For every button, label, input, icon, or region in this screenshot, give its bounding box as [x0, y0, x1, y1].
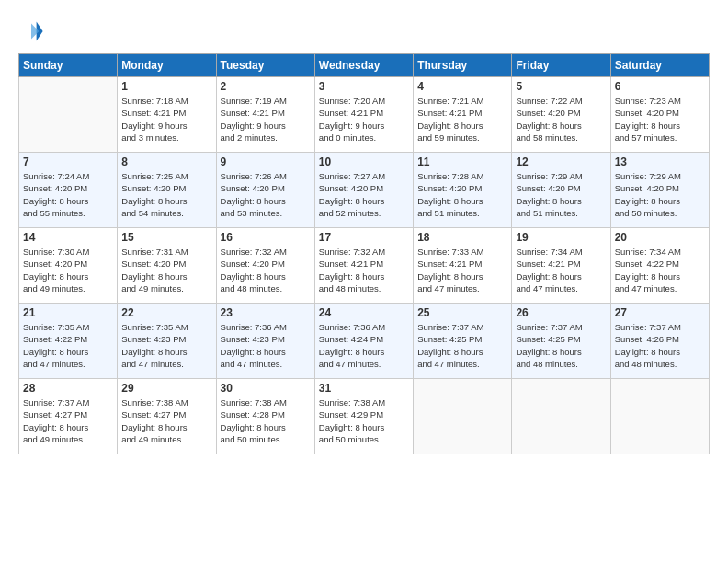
calendar-cell	[512, 379, 610, 454]
day-number: 17	[319, 231, 409, 244]
day-info: Sunrise: 7:18 AMSunset: 4:21 PMDaylight:…	[121, 95, 211, 144]
day-number: 7	[23, 155, 113, 168]
calendar-cell: 29Sunrise: 7:38 AMSunset: 4:27 PMDayligh…	[118, 379, 216, 454]
day-number: 27	[615, 306, 705, 319]
day-number: 8	[121, 155, 211, 168]
day-number: 6	[615, 80, 705, 93]
day-info: Sunrise: 7:36 AMSunset: 4:24 PMDaylight:…	[319, 321, 409, 370]
calendar-cell: 24Sunrise: 7:36 AMSunset: 4:24 PMDayligh…	[314, 304, 413, 379]
day-info: Sunrise: 7:35 AMSunset: 4:22 PMDaylight:…	[23, 321, 113, 370]
day-number: 12	[516, 155, 606, 168]
day-info: Sunrise: 7:33 AMSunset: 4:21 PMDaylight:…	[417, 246, 507, 294]
day-number: 16	[221, 231, 311, 244]
day-info: Sunrise: 7:20 AMSunset: 4:21 PMDaylight:…	[319, 95, 409, 144]
day-info: Sunrise: 7:35 AMSunset: 4:23 PMDaylight:…	[121, 321, 211, 370]
day-number: 20	[615, 231, 705, 244]
calendar-cell	[610, 379, 709, 454]
calendar-cell: 5Sunrise: 7:22 AMSunset: 4:20 PMDaylight…	[512, 77, 610, 153]
calendar-day-header: Friday	[512, 54, 610, 77]
calendar-cell: 8Sunrise: 7:25 AMSunset: 4:20 PMDaylight…	[118, 153, 216, 228]
day-info: Sunrise: 7:29 AMSunset: 4:20 PMDaylight:…	[516, 170, 606, 219]
calendar-cell: 28Sunrise: 7:37 AMSunset: 4:27 PMDayligh…	[19, 379, 118, 454]
calendar-cell: 6Sunrise: 7:23 AMSunset: 4:20 PMDaylight…	[610, 77, 709, 153]
calendar-cell: 4Sunrise: 7:21 AMSunset: 4:21 PMDaylight…	[414, 77, 512, 153]
day-number: 9	[221, 155, 311, 168]
day-info: Sunrise: 7:27 AMSunset: 4:20 PMDaylight:…	[319, 170, 409, 219]
day-number: 19	[516, 231, 606, 244]
calendar-header-row: SundayMondayTuesdayWednesdayThursdayFrid…	[19, 54, 710, 77]
day-info: Sunrise: 7:23 AMSunset: 4:20 PMDaylight:…	[615, 95, 705, 144]
calendar-cell: 21Sunrise: 7:35 AMSunset: 4:22 PMDayligh…	[19, 304, 118, 379]
day-number: 28	[23, 382, 113, 395]
day-number: 25	[417, 306, 507, 319]
calendar-day-header: Tuesday	[216, 54, 314, 77]
calendar-table: SundayMondayTuesdayWednesdayThursdayFrid…	[18, 53, 710, 454]
day-info: Sunrise: 7:21 AMSunset: 4:21 PMDaylight:…	[417, 95, 507, 144]
calendar-cell: 2Sunrise: 7:19 AMSunset: 4:21 PMDaylight…	[216, 77, 314, 153]
day-number: 2	[221, 80, 311, 93]
calendar-body: 1Sunrise: 7:18 AMSunset: 4:21 PMDaylight…	[19, 77, 710, 454]
calendar-cell: 18Sunrise: 7:33 AMSunset: 4:21 PMDayligh…	[414, 228, 512, 304]
calendar-day-header: Monday	[118, 54, 216, 77]
calendar-cell	[19, 77, 118, 153]
calendar-cell: 27Sunrise: 7:37 AMSunset: 4:26 PMDayligh…	[610, 304, 709, 379]
calendar-cell: 1Sunrise: 7:18 AMSunset: 4:21 PMDaylight…	[118, 77, 216, 153]
calendar-day-header: Wednesday	[314, 54, 413, 77]
day-number: 1	[121, 80, 211, 93]
day-info: Sunrise: 7:36 AMSunset: 4:23 PMDaylight:…	[221, 321, 311, 370]
calendar-day-header: Sunday	[19, 54, 118, 77]
day-info: Sunrise: 7:37 AMSunset: 4:25 PMDaylight:…	[417, 321, 507, 370]
calendar-week-row: 7Sunrise: 7:24 AMSunset: 4:20 PMDaylight…	[19, 153, 710, 228]
day-number: 18	[417, 231, 507, 244]
day-number: 5	[516, 80, 606, 93]
day-info: Sunrise: 7:25 AMSunset: 4:20 PMDaylight:…	[121, 170, 211, 219]
day-number: 15	[121, 231, 211, 244]
calendar-week-row: 14Sunrise: 7:30 AMSunset: 4:20 PMDayligh…	[19, 228, 710, 304]
calendar-cell: 9Sunrise: 7:26 AMSunset: 4:20 PMDaylight…	[216, 153, 314, 228]
day-number: 4	[417, 80, 507, 93]
calendar-week-row: 1Sunrise: 7:18 AMSunset: 4:21 PMDaylight…	[19, 77, 710, 153]
calendar-cell: 7Sunrise: 7:24 AMSunset: 4:20 PMDaylight…	[19, 153, 118, 228]
calendar-cell: 19Sunrise: 7:34 AMSunset: 4:21 PMDayligh…	[512, 228, 610, 304]
day-info: Sunrise: 7:37 AMSunset: 4:27 PMDaylight:…	[23, 396, 113, 445]
calendar-cell	[414, 379, 512, 454]
day-number: 24	[319, 306, 409, 319]
calendar-cell: 22Sunrise: 7:35 AMSunset: 4:23 PMDayligh…	[118, 304, 216, 379]
day-info: Sunrise: 7:22 AMSunset: 4:20 PMDaylight:…	[516, 95, 606, 144]
day-info: Sunrise: 7:26 AMSunset: 4:20 PMDaylight:…	[221, 170, 311, 219]
day-number: 11	[417, 155, 507, 168]
calendar-cell: 31Sunrise: 7:38 AMSunset: 4:29 PMDayligh…	[314, 379, 413, 454]
calendar-day-header: Thursday	[414, 54, 512, 77]
day-info: Sunrise: 7:28 AMSunset: 4:20 PMDaylight:…	[417, 170, 507, 219]
calendar-cell: 17Sunrise: 7:32 AMSunset: 4:21 PMDayligh…	[314, 228, 413, 304]
day-number: 29	[121, 382, 211, 395]
day-info: Sunrise: 7:29 AMSunset: 4:20 PMDaylight:…	[615, 170, 705, 219]
calendar-cell: 23Sunrise: 7:36 AMSunset: 4:23 PMDayligh…	[216, 304, 314, 379]
calendar-cell: 26Sunrise: 7:37 AMSunset: 4:25 PMDayligh…	[512, 304, 610, 379]
day-info: Sunrise: 7:30 AMSunset: 4:20 PMDaylight:…	[23, 246, 113, 294]
day-info: Sunrise: 7:37 AMSunset: 4:25 PMDaylight:…	[516, 321, 606, 370]
day-info: Sunrise: 7:38 AMSunset: 4:29 PMDaylight:…	[319, 396, 409, 445]
day-number: 26	[516, 306, 606, 319]
day-info: Sunrise: 7:34 AMSunset: 4:22 PMDaylight:…	[615, 246, 705, 294]
calendar-day-header: Saturday	[610, 54, 709, 77]
calendar-cell: 3Sunrise: 7:20 AMSunset: 4:21 PMDaylight…	[314, 77, 413, 153]
calendar-cell: 11Sunrise: 7:28 AMSunset: 4:20 PMDayligh…	[414, 153, 512, 228]
day-info: Sunrise: 7:19 AMSunset: 4:21 PMDaylight:…	[221, 95, 311, 144]
calendar-cell: 30Sunrise: 7:38 AMSunset: 4:28 PMDayligh…	[216, 379, 314, 454]
calendar-cell: 16Sunrise: 7:32 AMSunset: 4:20 PMDayligh…	[216, 228, 314, 304]
calendar-cell: 20Sunrise: 7:34 AMSunset: 4:22 PMDayligh…	[610, 228, 709, 304]
day-number: 3	[319, 80, 409, 93]
calendar-cell: 15Sunrise: 7:31 AMSunset: 4:20 PMDayligh…	[118, 228, 216, 304]
day-number: 14	[23, 231, 113, 244]
day-number: 23	[221, 306, 311, 319]
day-number: 13	[615, 155, 705, 168]
calendar-cell: 14Sunrise: 7:30 AMSunset: 4:20 PMDayligh…	[19, 228, 118, 304]
calendar-cell: 12Sunrise: 7:29 AMSunset: 4:20 PMDayligh…	[512, 153, 610, 228]
logo-icon	[18, 18, 44, 44]
day-info: Sunrise: 7:38 AMSunset: 4:28 PMDaylight:…	[221, 396, 311, 445]
calendar-week-row: 28Sunrise: 7:37 AMSunset: 4:27 PMDayligh…	[19, 379, 710, 454]
calendar-cell: 13Sunrise: 7:29 AMSunset: 4:20 PMDayligh…	[610, 153, 709, 228]
logo	[18, 18, 48, 44]
calendar-cell: 10Sunrise: 7:27 AMSunset: 4:20 PMDayligh…	[314, 153, 413, 228]
